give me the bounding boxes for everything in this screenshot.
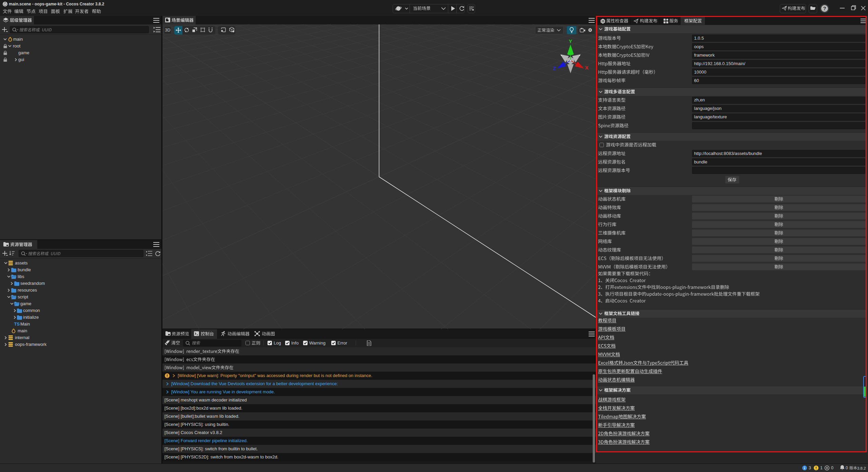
svg-text:Y: Y	[569, 38, 572, 44]
svg-text:X: X	[585, 65, 589, 71]
svg-text:Z: Z	[553, 65, 556, 71]
